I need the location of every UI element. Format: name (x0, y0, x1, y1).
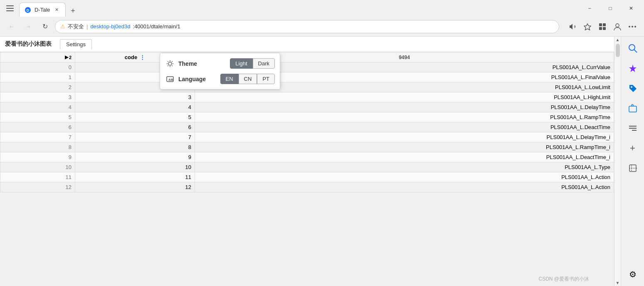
col1-cell: 4 (75, 102, 195, 112)
sidebar-toggle[interactable] (3, 2, 17, 15)
security-label: 不安全 (68, 23, 84, 30)
tab-favicon: D (25, 7, 31, 13)
col1-menu-icon[interactable]: ⋮ (140, 54, 145, 60)
minimize-button[interactable]: − (580, 2, 599, 15)
table-row: 8 8 PLS001AA_L.RampTime_i (0, 142, 614, 152)
table-row: 3 3 PLS001AA_L.HighLimit (0, 92, 614, 102)
col1-cell: 10 (75, 162, 195, 172)
settings-dropdown: Theme Light Dark AB (160, 53, 280, 90)
row-index: 3 (0, 92, 75, 102)
back-button[interactable]: ← (5, 20, 18, 33)
theme-btn-group: Light Dark (230, 58, 275, 69)
row-index: 5 (0, 112, 75, 122)
svg-rect-0 (6, 5, 14, 6)
lang-cn-button[interactable]: CN (239, 74, 257, 84)
address-path: :40001/dtale/main/1 (133, 23, 180, 30)
col2-cell: PLS001AA_L.Action (195, 172, 614, 182)
settings-menu-button[interactable] (626, 20, 639, 33)
security-warning-icon: ⚠ (60, 23, 65, 30)
language-row: AB Language EN CN PT (165, 74, 275, 84)
sidebar-sparkle-icon[interactable] (624, 60, 641, 77)
svg-point-10 (616, 24, 619, 27)
settings-tab[interactable]: Settings (60, 39, 92, 49)
theme-light-button[interactable]: Light (230, 58, 252, 69)
browser-tab[interactable]: D D-Tale ✕ (19, 2, 66, 17)
collections-button[interactable] (596, 20, 609, 33)
dtale-brand: 爱看书的小沐图表 (5, 40, 52, 48)
col1-cell: 8 (75, 142, 195, 152)
forward-button[interactable]: → (22, 20, 35, 33)
col2-cell: PLS001AA_L.RampTime_i (195, 142, 614, 152)
col1-cell: 5 (75, 112, 195, 122)
lang-pt-button[interactable]: PT (257, 74, 275, 84)
col2-cell: PLS001AA_L.RampTime (195, 112, 614, 122)
table-row: 11 11 PLS001AA_L.Action (0, 172, 614, 182)
svg-point-14 (168, 62, 172, 65)
table-row: 2 2 PLS001AA_L.LowLimit (0, 82, 614, 92)
scroll-up-button[interactable]: ▲ (616, 37, 620, 42)
svg-text:AB: AB (168, 78, 173, 82)
col1-cell: 9 (75, 152, 195, 162)
close-button[interactable]: ✕ (622, 2, 641, 15)
scroll-down-button[interactable]: ▼ (616, 281, 620, 285)
reload-button[interactable]: ↻ (38, 20, 52, 33)
tab-close-button[interactable]: ✕ (54, 7, 60, 13)
table-row: 9 9 PLS001AA_L.DeactTime_i (0, 152, 614, 162)
sidebar-more-icon[interactable] (624, 120, 641, 137)
row-index: 8 (0, 142, 75, 152)
sidebar-capture-icon[interactable] (624, 160, 641, 177)
row-index: 6 (0, 122, 75, 132)
favorites-button[interactable] (581, 20, 594, 33)
table-row: 5 5 PLS001AA_L.RampTime (0, 112, 614, 122)
row-index-header: ▶ 2 (0, 52, 75, 62)
sidebar-tag-icon[interactable] (624, 80, 641, 97)
row-index: 0 (0, 62, 75, 72)
sidebar-settings-icon[interactable]: ⚙ (624, 266, 641, 283)
svg-line-18 (634, 50, 637, 52)
read-aloud-button[interactable] (566, 20, 579, 33)
svg-point-12 (632, 26, 633, 27)
row-count: 9494 (399, 55, 410, 60)
table-row: 6 6 PLS001AA_L.DeactTime (0, 122, 614, 132)
dtale-navbar: 爱看书的小沐图表 Settings (0, 37, 614, 52)
language-label: Language (178, 76, 217, 82)
sidebar-briefcase-icon[interactable] (624, 100, 641, 117)
scroll-thumb[interactable] (616, 44, 620, 57)
new-tab-button[interactable]: + (67, 5, 79, 17)
theme-dark-button[interactable]: Dark (253, 58, 275, 69)
sidebar-search-icon[interactable] (624, 40, 641, 57)
address-bar[interactable]: ⚠ 不安全 | desktop-bj0ed3d :40001/dtale/mai… (55, 20, 559, 33)
expand-icon[interactable]: ▶ (65, 55, 68, 60)
row-index: 12 (0, 182, 75, 192)
maximize-button[interactable]: □ (601, 2, 620, 15)
svg-text:D: D (27, 8, 30, 12)
table-row: 10 10 PLS001AA_L.Type (0, 162, 614, 172)
watermark: CSDN @爱看书的小沐 (538, 276, 589, 283)
profile-button[interactable] (611, 20, 624, 33)
col1-cell: 11 (75, 172, 195, 182)
col2-cell: PLS001AA_L.DelayTime_i (195, 132, 614, 142)
col2-cell: PLS001AA_L.DeactTime (195, 122, 614, 132)
row-index: 2 (0, 82, 75, 92)
address-separator: | (86, 23, 88, 30)
column-count: 2 (69, 55, 72, 60)
sidebar-plus-icon[interactable]: + (624, 140, 641, 157)
row-index: 10 (0, 162, 75, 172)
lang-en-button[interactable]: EN (220, 74, 239, 84)
tab-title: D-Tale (35, 7, 50, 13)
col2-cell: PLS001AA_L.DeactTime_i (195, 152, 614, 162)
language-icon: AB (165, 74, 175, 84)
svg-rect-8 (599, 27, 602, 30)
theme-label: Theme (178, 60, 227, 67)
address-domain: desktop-bj0ed3d (90, 23, 130, 30)
col2-cell: PLS001AA_L.Action (195, 182, 614, 192)
table-row: 12 12 PLS001AA_L.Action (0, 182, 614, 192)
theme-row: Theme Light Dark (165, 58, 275, 69)
row-index: 4 (0, 102, 75, 112)
row-index: 7 (0, 132, 75, 142)
col1-cell: 6 (75, 122, 195, 132)
table-row: 7 7 PLS001AA_L.DelayTime_i (0, 132, 614, 142)
col2-cell: PLS001AA_L.HighLimit (195, 92, 614, 102)
table-row: 4 4 PLS001AA_L.DelayTime (0, 102, 614, 112)
col2-cell: PLS001AA_L.Type (195, 162, 614, 172)
